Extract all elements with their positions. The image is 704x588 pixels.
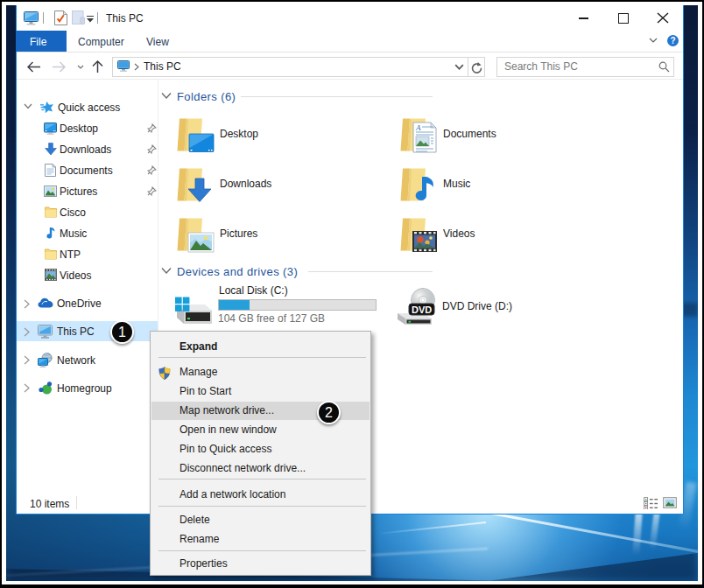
svg-text:DVD: DVD xyxy=(412,304,432,315)
svg-text:A: A xyxy=(415,123,421,132)
